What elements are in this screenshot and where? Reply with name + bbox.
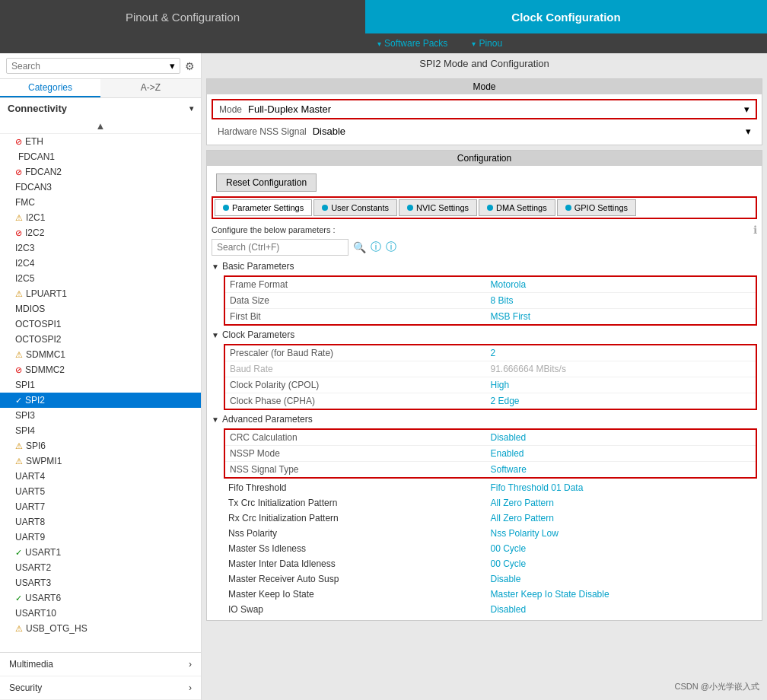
sidebar-item-sdmmc1[interactable]: ⚠ SDMMC1 xyxy=(0,347,201,362)
sidebar-item-spi1[interactable]: SPI1 xyxy=(0,377,201,393)
tab-az[interactable]: A->Z xyxy=(100,79,201,97)
tab-parameter-settings[interactable]: Parameter Settings xyxy=(215,199,312,216)
sidebar-item-uart9[interactable]: UART9 xyxy=(0,530,201,545)
param-search-input[interactable] xyxy=(212,239,348,256)
main-content: SPI2 Mode and Configuration Mode Mode Fu… xyxy=(202,53,767,700)
plain-row-2: Rx Crc Initialization Pattern All Zero P… xyxy=(212,511,757,526)
mode-select[interactable]: Full-Duplex Master ▾ xyxy=(248,103,749,115)
scroll-up-btn[interactable]: ▲ xyxy=(0,119,201,134)
sidebar-item-sdmmc2[interactable]: ⊘ SDMMC2 xyxy=(0,362,201,377)
tab-dot-gpio xyxy=(565,205,571,211)
watermark-text: CSDN @小光学嵌入式 xyxy=(675,682,759,691)
params-header: Configure the below parameters : ℹ xyxy=(212,224,757,236)
sidebar-item-spi2[interactable]: ✓ SPI2 xyxy=(0,393,201,408)
status-icon-spi2: ✓ xyxy=(15,396,22,406)
status-icon-fdcan2: ⊘ xyxy=(15,167,22,177)
sidebar-search-input[interactable] xyxy=(11,61,170,72)
basic-value-0: Motorola xyxy=(491,279,752,290)
nss-label: Hardware NSS Signal xyxy=(218,126,307,137)
sidebar-item-usart10[interactable]: USART10 xyxy=(0,606,201,621)
reset-config-button[interactable]: Reset Configuration xyxy=(216,173,317,192)
sidebar-item-octospi2[interactable]: OCTOSPI2 xyxy=(0,332,201,347)
reset-btn-label: Reset Configuration xyxy=(226,177,307,188)
sidebar-item-octospi1[interactable]: OCTOSPI1 xyxy=(0,317,201,332)
advanced-params-label: Advanced Parameters xyxy=(222,414,313,425)
clock-name-1: Baud Rate xyxy=(230,364,491,374)
info-circle-icon2: ⓘ xyxy=(386,240,396,254)
security-label: Security xyxy=(9,682,42,693)
status-icon-sdmmc2: ⊘ xyxy=(15,365,22,375)
status-icon-usb-otg: ⚠ xyxy=(15,624,23,634)
config-title-text: Configuration xyxy=(457,153,511,164)
tab-nvic[interactable]: NVIC Settings xyxy=(399,199,477,216)
sidebar-search-box[interactable]: ▾ xyxy=(6,58,180,74)
sidebar-item-uart5[interactable]: UART5 xyxy=(0,484,201,499)
sidebar-item-i2c4[interactable]: I2C4 xyxy=(0,256,201,271)
sidebar-item-eth[interactable]: ⊘ ETH xyxy=(0,134,201,149)
clock-header: Clock Configuration xyxy=(365,0,767,33)
sidebar-item-mdios[interactable]: MDIOS xyxy=(0,301,201,317)
sidebar-bottom: Multimedia › Security › xyxy=(0,652,201,700)
clock-row-0: Prescaler (for Baud Rate) 2 xyxy=(225,345,756,361)
clock-params-header[interactable]: ▼ Clock Parameters xyxy=(212,327,757,342)
sidebar-item-fdcan3[interactable]: FDCAN3 xyxy=(0,180,201,195)
basic-params-arrow: ▼ xyxy=(212,262,219,271)
clock-label: Clock Configuration xyxy=(511,11,620,24)
pinout-short-label: Pinou xyxy=(479,38,502,49)
sidebar-item-i2c1[interactable]: ⚠ I2C1 xyxy=(0,210,201,225)
nss-select[interactable]: Disable ▾ xyxy=(313,126,751,137)
connectivity-section-header[interactable]: Connectivity ▾ xyxy=(0,98,201,119)
adv-value-1: Enabled xyxy=(491,448,752,459)
tab-user-constants[interactable]: User Constants xyxy=(313,199,397,216)
sidebar-item-spi3[interactable]: SPI3 xyxy=(0,408,201,423)
sidebar-item-i2c3[interactable]: I2C3 xyxy=(0,240,201,256)
sidebar-item-spi6[interactable]: ⚠ SPI6 xyxy=(0,438,201,453)
sidebar-item-uart7[interactable]: UART7 xyxy=(0,499,201,514)
sidebar-item-fdcan1[interactable]: FDCAN1 xyxy=(0,149,201,164)
nss-dropdown-icon: ▾ xyxy=(746,126,751,137)
security-item[interactable]: Security › xyxy=(0,676,201,700)
adv-row-1: NSSP Mode Enabled xyxy=(225,446,756,462)
mode-dropdown-icon: ▾ xyxy=(744,103,749,115)
sidebar-item-usart3[interactable]: USART3 xyxy=(0,575,201,590)
sidebar-item-fmc[interactable]: FMC xyxy=(0,195,201,210)
basic-name-2: First Bit xyxy=(230,311,491,322)
sidebar-item-uart8[interactable]: UART8 xyxy=(0,514,201,530)
sidebar-item-usart1[interactable]: ✓ USART1 xyxy=(0,545,201,560)
basic-params-header[interactable]: ▼ Basic Parameters xyxy=(212,259,757,274)
plain-row-0: Fifo Threshold Fifo Threshold 01 Data xyxy=(212,480,757,495)
sidebar-item-swpmi1[interactable]: ⚠ SWPMI1 xyxy=(0,453,201,469)
advanced-params-header[interactable]: ▼ Advanced Parameters xyxy=(212,412,757,427)
sidebar-item-i2c2[interactable]: ⊘ I2C2 xyxy=(0,225,201,240)
sidebar-item-usart2[interactable]: USART2 xyxy=(0,560,201,575)
multimedia-chevron: › xyxy=(189,659,192,670)
plain-value-5: 00 Cycle xyxy=(491,558,753,569)
sidebar-item-spi4[interactable]: SPI4 xyxy=(0,423,201,438)
tab-gpio[interactable]: GPIO Settings xyxy=(557,199,636,216)
tab-az-label: A->Z xyxy=(141,82,161,93)
tab-categories[interactable]: Categories xyxy=(0,79,100,97)
sidebar-item-usb-otg[interactable]: ⚠ USB_OTG_HS xyxy=(0,621,201,636)
status-icon-spi6: ⚠ xyxy=(15,441,23,451)
gear-icon[interactable]: ⚙ xyxy=(185,60,195,72)
tab-dot-dma xyxy=(487,205,493,211)
sidebar-item-fdcan2[interactable]: ⊘ FDCAN2 xyxy=(0,164,201,180)
adv-value-2: Software xyxy=(491,464,752,475)
software-packs-link[interactable]: ▾ Software Packs xyxy=(365,38,460,49)
multimedia-item[interactable]: Multimedia › xyxy=(0,653,201,676)
sidebar-item-i2c5[interactable]: I2C5 xyxy=(0,271,201,286)
sidebar-item-lpuart1[interactable]: ⚠ LPUART1 xyxy=(0,286,201,301)
tab-dma[interactable]: DMA Settings xyxy=(479,199,555,216)
status-icon-swpmi1: ⚠ xyxy=(15,457,23,466)
tab-dot-nvic xyxy=(407,205,413,211)
status-icon-lpuart1: ⚠ xyxy=(15,289,23,299)
config-tabs: Parameter Settings User Constants NVIC S… xyxy=(212,196,757,219)
sub-pinout-left xyxy=(0,33,365,53)
sidebar-item-usart6[interactable]: ✓ USART6 xyxy=(0,590,201,606)
basic-row-1: Data Size 8 Bits xyxy=(225,293,756,309)
plain-row-4: Master Ss Idleness 00 Cycle xyxy=(212,541,757,556)
config-section: Configuration Reset Configuration Parame… xyxy=(206,150,762,621)
pinout-link[interactable]: ▾ Pinou xyxy=(460,38,514,49)
sidebar-item-uart4[interactable]: UART4 xyxy=(0,469,201,484)
search-icon: 🔍 xyxy=(353,241,366,253)
